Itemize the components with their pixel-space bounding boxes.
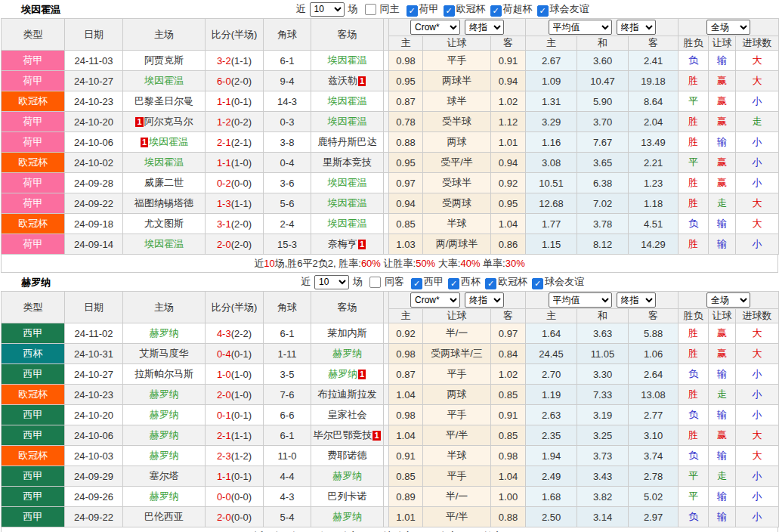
match-count-select[interactable]: 10 — [314, 275, 349, 289]
red-card-badge: 1 — [135, 117, 143, 127]
same-venue-checkbox[interactable] — [369, 277, 381, 288]
result-wdl-cell: 胜 — [679, 71, 709, 91]
away-team: 莱加内斯 — [328, 327, 367, 339]
odds-source-select[interactable]: Crow* — [410, 20, 460, 35]
league-cell: 欧冠杯 — [2, 153, 65, 173]
home-team: 巴伦西亚 — [144, 511, 184, 522]
league-checkbox[interactable]: ✓ — [444, 5, 455, 17]
date-cell: 24-10-20 — [65, 405, 123, 425]
fulltime-score: 0-0 — [217, 491, 231, 503]
league-checkbox[interactable]: ✓ — [407, 5, 418, 17]
odds-kind-select[interactable]: 终指 — [465, 20, 504, 35]
result-handicap-cell: 输 — [709, 405, 736, 425]
home-team: 赫罗纳 — [150, 490, 179, 502]
away-team-cell: 赫罗纳 — [311, 344, 384, 364]
table-row: 西甲24-10-20赫罗纳0-1(0-1)6-6皇家社会0.98平手0.912.… — [2, 405, 779, 425]
subcol-result-goals: 进球数 — [736, 309, 779, 323]
away-team-name: 毕尔巴鄂竞技 — [313, 429, 372, 441]
odds-home-cell: 0.89 — [389, 487, 423, 507]
away-team: 埃因霍温 — [328, 197, 367, 209]
avg-away-cell: 4.51 — [629, 214, 679, 234]
odds-away-cell: 1.12 — [491, 112, 526, 132]
date-cell: 24-10-06 — [65, 425, 123, 446]
league-checkbox[interactable]: ✓ — [448, 278, 459, 289]
corner-cell: 7-6 — [264, 385, 311, 405]
result-wdl-cell: 负 — [679, 405, 709, 425]
result-wdl-cell: 负 — [679, 364, 709, 385]
avg-select-cell: 平均值终指 — [526, 292, 679, 309]
odds-home-cell: 0.85 — [389, 466, 423, 487]
result-wdl-cell: 胜 — [679, 385, 709, 405]
corner-cell: 2-4 — [264, 214, 311, 234]
fulltime-score: 1-1 — [217, 157, 231, 169]
col-away: 客场 — [311, 292, 384, 323]
league-checkbox-label: 欧冠杯 — [498, 276, 527, 287]
handicap-cell: 两球 — [423, 385, 491, 405]
corner-cell: 14-3 — [264, 91, 311, 112]
avg-home-cell: 1.64 — [526, 323, 577, 344]
league-checkbox[interactable]: ✓ — [537, 5, 549, 17]
home-team-name: 拉斯帕尔马斯 — [134, 368, 193, 379]
avg-kind-select[interactable]: 终指 — [617, 20, 656, 35]
gap-column — [384, 292, 389, 323]
fulltime-score: 0-2 — [217, 178, 231, 189]
league-cell: 荷甲 — [2, 112, 65, 132]
scope-select-cell: 全场 — [679, 292, 779, 309]
home-team-cell: 赫罗纳 — [123, 405, 206, 425]
odds-kind-select[interactable]: 终指 — [465, 292, 504, 308]
avg-draw-cell: 7.33 — [577, 385, 629, 405]
avg-away-cell: 1.06 — [629, 344, 679, 364]
home-team-cell: 赫罗纳 — [123, 385, 206, 405]
league-checkbox-label: 欧冠杯 — [456, 3, 486, 14]
avg-source-select[interactable]: 平均值 — [549, 292, 612, 308]
subcol-avg-draw: 和 — [577, 309, 629, 323]
same-venue-checkbox[interactable] — [365, 4, 376, 15]
avg-away-cell: 3.74 — [629, 446, 679, 466]
odds-home-cell: 0.98 — [389, 405, 423, 425]
table-row: 欧冠杯24-10-03赫罗纳2-3(1-2)11-0费耶诺德0.91半球0.98… — [2, 446, 779, 466]
col-corner: 角球 — [264, 292, 311, 323]
red-card-badge: 1 — [372, 431, 380, 441]
gap-cell — [384, 51, 389, 71]
league-checkbox[interactable]: ✓ — [490, 5, 502, 17]
avg-home-cell: 1.77 — [526, 214, 577, 234]
avg-source-select[interactable]: 平均值 — [549, 20, 612, 35]
fulltime-score: 1-0 — [217, 369, 231, 380]
col-home: 主场 — [123, 19, 206, 51]
away-team: 埃因霍温 — [328, 218, 367, 229]
avg-away-cell: 19.18 — [629, 71, 679, 91]
league-checkbox[interactable]: ✓ — [411, 278, 422, 289]
home-team: 埃因霍温 — [144, 238, 184, 249]
league-checkbox[interactable]: ✓ — [485, 278, 496, 289]
avg-kind-select[interactable]: 终指 — [617, 292, 656, 308]
result-handicap-cell: 输 — [709, 364, 736, 385]
score-cell: 3-2(1-1) — [206, 51, 264, 71]
avg-draw-cell: 3.30 — [577, 364, 629, 385]
home-team-cell: 赫罗纳 — [123, 425, 206, 446]
home-team: 阿贾克斯 — [144, 54, 184, 66]
odds-away-cell: 0.85 — [491, 385, 526, 405]
home-team: 巴黎圣日尔曼 — [134, 95, 193, 107]
fulltime-score: 0-4 — [217, 348, 231, 360]
score-cell: 1-2(0-2) — [206, 112, 264, 132]
league-checkbox[interactable]: ✓ — [532, 278, 543, 289]
home-team: 尤文图斯 — [144, 218, 184, 229]
result-wdl-cell: 胜 — [679, 173, 709, 193]
gap-cell — [384, 446, 389, 466]
avg-away-cell: 2.64 — [629, 364, 679, 385]
match-count-select[interactable]: 10 — [310, 2, 345, 17]
filter-bar: 埃因霍温 近 10 场 同主 ✓荷甲✓欧冠杯✓荷超杯✓球会友谊 — [0, 0, 779, 18]
scope-select[interactable]: 全场 — [706, 292, 750, 308]
away-team-cell: 奈梅亨1 — [311, 234, 384, 255]
gap-cell — [384, 405, 389, 425]
handicap-cell: 平/半 — [423, 507, 491, 527]
away-team-name: 费耶诺德 — [328, 450, 367, 461]
date-cell: 24-10-23 — [65, 91, 123, 112]
result-goals-cell: 小 — [736, 466, 779, 487]
corner-cell: 6-1 — [264, 51, 311, 71]
scope-select[interactable]: 全场 — [706, 20, 750, 35]
home-team: 赫罗纳 — [150, 429, 179, 441]
avg-away-cell: 2.78 — [629, 466, 679, 487]
odds-source-select[interactable]: Crow* — [410, 292, 460, 308]
league-cell: 荷甲 — [2, 173, 65, 193]
